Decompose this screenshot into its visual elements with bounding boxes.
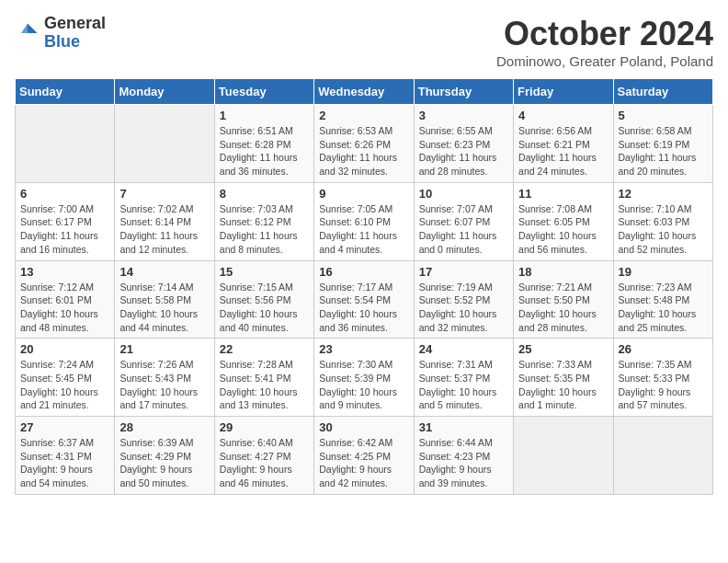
calendar-cell: 18Sunrise: 7:21 AM Sunset: 5:50 PM Dayli… <box>514 260 613 339</box>
day-number: 22 <box>220 342 309 356</box>
day-detail: Sunrise: 6:53 AM Sunset: 6:26 PM Dayligh… <box>319 124 408 178</box>
day-number: 20 <box>20 342 109 356</box>
day-detail: Sunrise: 7:12 AM Sunset: 6:01 PM Dayligh… <box>20 281 109 335</box>
day-number: 31 <box>419 420 508 434</box>
calendar-cell: 14Sunrise: 7:14 AM Sunset: 5:58 PM Dayli… <box>115 260 214 339</box>
day-number: 24 <box>419 342 508 356</box>
calendar-cell: 24Sunrise: 7:31 AM Sunset: 5:37 PM Dayli… <box>414 339 513 417</box>
day-detail: Sunrise: 6:51 AM Sunset: 6:28 PM Dayligh… <box>220 124 309 178</box>
weekday-header-wednesday: Wednesday <box>314 79 414 105</box>
day-detail: Sunrise: 7:23 AM Sunset: 5:48 PM Dayligh… <box>619 281 708 335</box>
day-number: 5 <box>619 109 708 122</box>
day-detail: Sunrise: 7:24 AM Sunset: 5:45 PM Dayligh… <box>20 358 109 412</box>
logo-icon <box>15 20 40 46</box>
day-detail: Sunrise: 7:28 AM Sunset: 5:41 PM Dayligh… <box>220 358 309 412</box>
day-number: 8 <box>220 187 309 201</box>
day-detail: Sunrise: 7:19 AM Sunset: 5:52 PM Dayligh… <box>419 281 508 335</box>
calendar-cell: 21Sunrise: 7:26 AM Sunset: 5:43 PM Dayli… <box>115 339 214 417</box>
day-detail: Sunrise: 7:02 AM Sunset: 6:14 PM Dayligh… <box>119 202 209 257</box>
calendar-cell: 19Sunrise: 7:23 AM Sunset: 5:48 PM Dayli… <box>613 260 712 339</box>
day-number: 9 <box>319 187 408 201</box>
svg-marker-0 <box>28 23 38 33</box>
day-number: 6 <box>20 187 109 201</box>
calendar-cell: 1Sunrise: 6:51 AM Sunset: 6:28 PM Daylig… <box>214 105 313 183</box>
day-detail: Sunrise: 6:40 AM Sunset: 4:27 PM Dayligh… <box>220 436 309 490</box>
day-number: 28 <box>119 420 209 434</box>
calendar-cell: 3Sunrise: 6:55 AM Sunset: 6:23 PM Daylig… <box>414 105 513 183</box>
calendar-cell: 5Sunrise: 6:58 AM Sunset: 6:19 PM Daylig… <box>613 105 712 183</box>
calendar-cell <box>514 417 613 495</box>
logo-blue: Blue <box>44 32 80 51</box>
day-number: 17 <box>419 265 508 279</box>
calendar-week-row: 27Sunrise: 6:37 AM Sunset: 4:31 PM Dayli… <box>16 417 713 495</box>
calendar-cell: 22Sunrise: 7:28 AM Sunset: 5:41 PM Dayli… <box>214 339 313 417</box>
day-number: 1 <box>220 109 309 122</box>
weekday-header-saturday: Saturday <box>613 79 712 105</box>
day-number: 26 <box>619 342 708 356</box>
logo-text: General Blue <box>44 15 106 52</box>
day-number: 29 <box>220 420 309 434</box>
day-detail: Sunrise: 7:00 AM Sunset: 6:17 PM Dayligh… <box>20 202 109 257</box>
calendar-week-row: 1Sunrise: 6:51 AM Sunset: 6:28 PM Daylig… <box>16 105 713 183</box>
month-title: October 2024 <box>496 15 713 53</box>
day-detail: Sunrise: 7:26 AM Sunset: 5:43 PM Dayligh… <box>119 358 209 412</box>
calendar-cell: 13Sunrise: 7:12 AM Sunset: 6:01 PM Dayli… <box>16 260 115 339</box>
day-number: 3 <box>419 109 508 122</box>
day-detail: Sunrise: 7:35 AM Sunset: 5:33 PM Dayligh… <box>619 358 708 412</box>
calendar-cell: 8Sunrise: 7:03 AM Sunset: 6:12 PM Daylig… <box>214 182 313 260</box>
calendar-cell: 30Sunrise: 6:42 AM Sunset: 4:25 PM Dayli… <box>314 417 414 495</box>
weekday-header-friday: Friday <box>514 79 613 105</box>
logo: General Blue <box>15 15 106 52</box>
day-number: 13 <box>20 265 109 279</box>
day-number: 2 <box>319 109 408 122</box>
calendar-cell: 16Sunrise: 7:17 AM Sunset: 5:54 PM Dayli… <box>314 260 414 339</box>
day-number: 11 <box>518 187 608 201</box>
day-number: 14 <box>119 265 209 279</box>
calendar-cell: 31Sunrise: 6:44 AM Sunset: 4:23 PM Dayli… <box>414 417 513 495</box>
day-number: 16 <box>319 265 408 279</box>
day-detail: Sunrise: 7:33 AM Sunset: 5:35 PM Dayligh… <box>518 358 608 412</box>
calendar-cell: 11Sunrise: 7:08 AM Sunset: 6:05 PM Dayli… <box>514 182 613 260</box>
calendar-cell: 12Sunrise: 7:10 AM Sunset: 6:03 PM Dayli… <box>613 182 712 260</box>
day-number: 15 <box>220 265 309 279</box>
location: Dominowo, Greater Poland, Poland <box>496 53 713 69</box>
day-detail: Sunrise: 6:37 AM Sunset: 4:31 PM Dayligh… <box>20 436 109 490</box>
calendar-cell: 7Sunrise: 7:02 AM Sunset: 6:14 PM Daylig… <box>115 182 214 260</box>
day-number: 21 <box>119 342 209 356</box>
day-detail: Sunrise: 7:21 AM Sunset: 5:50 PM Dayligh… <box>518 281 608 335</box>
weekday-header-row: SundayMondayTuesdayWednesdayThursdayFrid… <box>16 79 713 105</box>
weekday-header-sunday: Sunday <box>16 79 115 105</box>
weekday-header-thursday: Thursday <box>414 79 513 105</box>
day-number: 30 <box>319 420 408 434</box>
calendar-cell: 27Sunrise: 6:37 AM Sunset: 4:31 PM Dayli… <box>16 417 115 495</box>
weekday-header-tuesday: Tuesday <box>214 79 313 105</box>
day-number: 23 <box>319 342 408 356</box>
day-number: 12 <box>619 187 708 201</box>
calendar-cell: 20Sunrise: 7:24 AM Sunset: 5:45 PM Dayli… <box>16 339 115 417</box>
day-detail: Sunrise: 7:30 AM Sunset: 5:39 PM Dayligh… <box>319 358 408 412</box>
calendar-cell: 2Sunrise: 6:53 AM Sunset: 6:26 PM Daylig… <box>314 105 414 183</box>
calendar-cell: 4Sunrise: 6:56 AM Sunset: 6:21 PM Daylig… <box>514 105 613 183</box>
day-detail: Sunrise: 7:31 AM Sunset: 5:37 PM Dayligh… <box>419 358 508 412</box>
calendar-cell: 29Sunrise: 6:40 AM Sunset: 4:27 PM Dayli… <box>214 417 313 495</box>
day-detail: Sunrise: 6:56 AM Sunset: 6:21 PM Dayligh… <box>518 124 608 178</box>
day-detail: Sunrise: 6:39 AM Sunset: 4:29 PM Dayligh… <box>119 436 209 490</box>
svg-marker-1 <box>21 23 28 33</box>
calendar-cell: 10Sunrise: 7:07 AM Sunset: 6:07 PM Dayli… <box>414 182 513 260</box>
day-detail: Sunrise: 7:10 AM Sunset: 6:03 PM Dayligh… <box>619 202 708 257</box>
calendar-cell: 6Sunrise: 7:00 AM Sunset: 6:17 PM Daylig… <box>16 182 115 260</box>
page-header: General Blue October 2024 Dominowo, Grea… <box>15 15 713 69</box>
day-number: 10 <box>419 187 508 201</box>
calendar-table: SundayMondayTuesdayWednesdayThursdayFrid… <box>15 78 713 495</box>
day-detail: Sunrise: 7:15 AM Sunset: 5:56 PM Dayligh… <box>220 281 309 335</box>
logo-general: General <box>44 14 106 32</box>
calendar-cell: 26Sunrise: 7:35 AM Sunset: 5:33 PM Dayli… <box>613 339 712 417</box>
day-detail: Sunrise: 7:14 AM Sunset: 5:58 PM Dayligh… <box>119 281 209 335</box>
day-detail: Sunrise: 7:03 AM Sunset: 6:12 PM Dayligh… <box>220 202 309 257</box>
calendar-cell: 15Sunrise: 7:15 AM Sunset: 5:56 PM Dayli… <box>214 260 313 339</box>
calendar-week-row: 13Sunrise: 7:12 AM Sunset: 6:01 PM Dayli… <box>16 260 713 339</box>
day-number: 25 <box>518 342 608 356</box>
day-detail: Sunrise: 6:44 AM Sunset: 4:23 PM Dayligh… <box>419 436 508 490</box>
calendar-cell <box>16 105 115 183</box>
day-detail: Sunrise: 6:55 AM Sunset: 6:23 PM Dayligh… <box>419 124 508 178</box>
